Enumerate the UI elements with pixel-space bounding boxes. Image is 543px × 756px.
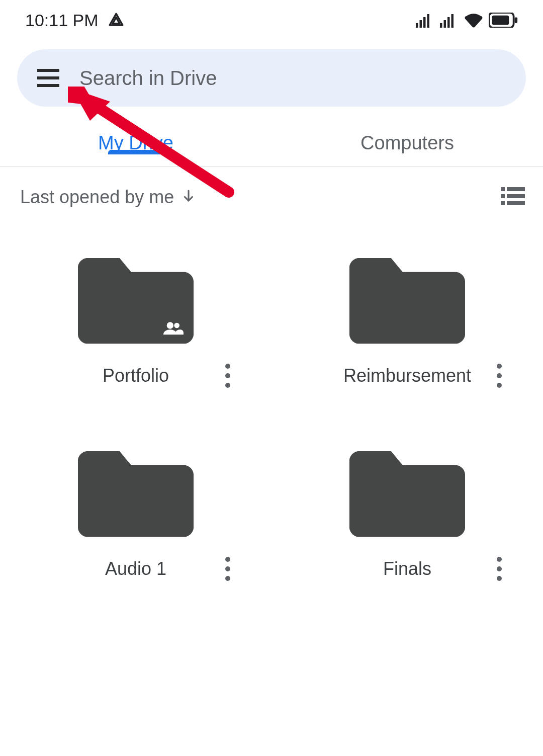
svg-rect-11	[501, 187, 505, 191]
search-bar[interactable]: Search in Drive	[17, 49, 526, 107]
statusbar-time: 10:11 PM	[25, 11, 99, 30]
sort-by-button[interactable]: Last opened by me	[20, 187, 196, 208]
svg-rect-13	[501, 194, 505, 198]
shared-icon	[163, 321, 184, 335]
svg-rect-14	[507, 194, 525, 198]
svg-rect-12	[507, 187, 525, 191]
folder-item[interactable]: Reimbursement	[272, 248, 543, 386]
search-placeholder: Search in Drive	[79, 67, 217, 90]
folder-icon	[78, 248, 194, 344]
svg-rect-5	[444, 20, 446, 28]
drive-app-icon	[108, 12, 125, 29]
menu-icon[interactable]	[37, 66, 59, 90]
folder-icon	[349, 442, 465, 537]
folder-name: Portfolio	[103, 365, 169, 386]
svg-rect-2	[423, 17, 426, 28]
item-more-button[interactable]	[225, 364, 230, 388]
folder-item[interactable]: Audio 1	[0, 442, 272, 579]
folder-name: Reimbursement	[343, 365, 471, 386]
item-more-button[interactable]	[497, 364, 502, 388]
svg-rect-0	[416, 23, 418, 28]
item-more-button[interactable]	[225, 557, 230, 581]
svg-rect-4	[440, 23, 442, 28]
svg-point-17	[167, 322, 173, 328]
folder-item[interactable]: Portfolio	[0, 248, 272, 386]
folder-icon	[349, 248, 465, 344]
status-bar: 10:11 PM	[0, 0, 543, 40]
signal-icon-2	[439, 13, 459, 28]
folder-name: Finals	[383, 558, 431, 579]
arrow-down-icon	[181, 187, 196, 208]
drive-tabs: My Drive Computers	[0, 107, 543, 167]
item-more-button[interactable]	[497, 557, 502, 581]
folder-name: Audio 1	[105, 558, 166, 579]
file-grid: Portfolio Reimbursement Audio 1 Finals	[0, 218, 543, 579]
svg-rect-10	[515, 17, 518, 23]
svg-rect-1	[420, 20, 422, 28]
sort-label: Last opened by me	[20, 187, 174, 208]
list-view-toggle[interactable]	[501, 186, 525, 208]
tab-computers[interactable]: Computers	[272, 119, 543, 154]
signal-icon	[415, 13, 434, 28]
svg-point-18	[174, 323, 179, 328]
svg-rect-6	[447, 17, 450, 28]
battery-icon	[489, 13, 518, 28]
svg-rect-16	[507, 201, 525, 205]
svg-rect-9	[492, 16, 509, 25]
tab-my-drive[interactable]: My Drive	[0, 119, 272, 154]
folder-icon	[78, 442, 194, 537]
wifi-icon	[464, 12, 484, 28]
svg-rect-3	[427, 14, 430, 28]
folder-item[interactable]: Finals	[272, 442, 543, 579]
svg-rect-15	[501, 201, 505, 205]
svg-rect-7	[451, 14, 454, 28]
